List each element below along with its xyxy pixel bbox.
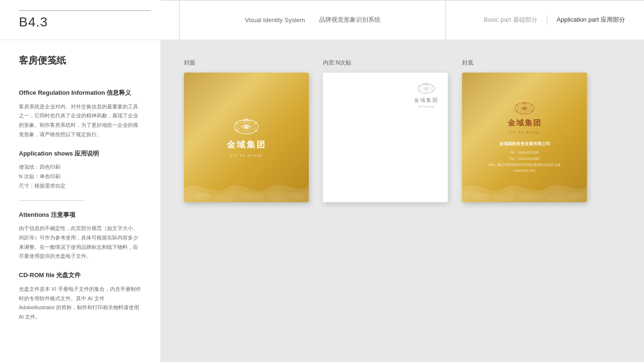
company-name: 金域国际投资发展有限公司 (488, 141, 561, 147)
header: B4.3 Visual Identity System 品牌视觉形象识别系统 B… (0, 0, 644, 40)
svg-point-10 (425, 87, 428, 90)
logo-text-main: 金域集团 (227, 139, 266, 150)
back-logo-area: 金域集团 Jin Yu Group (508, 101, 542, 134)
section4-body: 光盘文件是本 VI 手册电子文件的集合，内含手册制作时的专用软件格式文件。其中 … (19, 285, 141, 322)
card-front: 金域集团 Jin Yu Group (184, 73, 309, 202)
card-inner-column: 内页:N次贴 金域集团 Jin Yu Group (323, 59, 448, 202)
section3-heading: Attentions 注意事项 (19, 210, 141, 220)
wave-svg (184, 169, 309, 202)
contact-address: Add：廊坊市西坝努克市第四区第四村23社区大道 (488, 162, 561, 168)
nav-application[interactable]: Application part 应用部分 (557, 16, 625, 24)
nav-basic[interactable]: Basic part 基础部分 (484, 16, 537, 24)
svg-point-12 (494, 195, 515, 202)
section1-heading: Office Regulation Information 信息释义 (19, 88, 141, 98)
section1-body: 客房系统是企业对内、对外交换信息的最重要的工具之一，它同时也代表了企业的精神风貌… (19, 102, 141, 140)
contact-fax: Fax：0316-8321980 (488, 156, 561, 162)
header-left: B4.3 (19, 10, 179, 30)
card-back-column: 封底 (462, 59, 587, 202)
page-title: 客房便笺纸 (19, 54, 141, 74)
card3-label: 封底 (462, 59, 473, 67)
contact-tel: Tel：0316-8321980 (488, 150, 561, 156)
svg-point-3 (269, 195, 288, 202)
back-logo-sub: Jin Yu Group (509, 131, 539, 134)
logo-text-sub: Jin Yu Group (230, 153, 263, 157)
svg-point-13 (519, 193, 542, 200)
card-back: 金域集团 Jin Yu Group 金域国际投资发展有限公司 Tel：0316-… (462, 73, 587, 202)
left-panel: 客房便笺纸 Office Regulation Information 信息释义… (0, 40, 160, 362)
svg-point-15 (568, 193, 582, 200)
cards-area: 封面 (184, 59, 620, 202)
nav-separator (547, 15, 547, 25)
svg-point-4 (290, 193, 304, 200)
svg-point-18 (523, 107, 527, 110)
svg-point-0 (194, 193, 211, 200)
front-logo: 金域集团 Jin Yu Group (227, 117, 266, 157)
back-contact-info: 金域国际投资发展有限公司 Tel：0316-8321980 Fax：0316-8… (488, 141, 561, 173)
inner-logo-text: 金域集团 (414, 97, 438, 104)
section-attentions: Attentions 注意事项 由于信息的不确定性，此页部分规范（如文字大小、间… (19, 210, 141, 262)
card-front-column: 封面 (184, 59, 309, 202)
header-top-line (19, 10, 151, 11)
section2-body: 便笺纸：四色印刷 N 次贴：单色印刷 尺寸：根据需求自定 (19, 163, 141, 190)
section-info: Office Regulation Information 信息释义 客房系统是… (19, 88, 141, 140)
contact-website: www.jinyu.com (488, 168, 561, 174)
section2-heading: Application shows 应用说明 (19, 149, 141, 158)
svg-point-7 (244, 124, 249, 129)
header-center: Visual Identity System 品牌视觉形象识别系统 (179, 0, 446, 40)
back-logo-text: 金域集团 (508, 118, 542, 128)
svg-point-11 (472, 193, 489, 200)
card1-label: 封面 (184, 59, 195, 67)
right-panel: 封面 (160, 40, 644, 362)
main-content: 客房便笺纸 Office Regulation Information 信息释义… (0, 40, 644, 362)
logo-emblem-svg (233, 117, 259, 136)
card2-label: 内页:N次贴 (323, 59, 351, 67)
svg-point-1 (216, 195, 237, 202)
inner-logo-emblem-svg (417, 82, 435, 95)
header-right: Basic part 基础部分 Application part 应用部分 (446, 15, 625, 25)
svg-point-14 (547, 195, 566, 202)
header-title-zh: 品牌视觉形象识别系统 (319, 16, 380, 24)
section-number: B4.3 (19, 15, 48, 29)
svg-point-2 (240, 193, 264, 200)
divider (19, 200, 85, 201)
back-wave-svg (462, 169, 587, 202)
section-application: Application shows 应用说明 便笺纸：四色印刷 N 次贴：单色印… (19, 149, 141, 191)
section4-heading: CD-ROM file 光盘文件 (19, 271, 141, 280)
inner-mini-logo: 金域集团 Jin Yu Group (414, 82, 438, 108)
section-cdrom: CD-ROM file 光盘文件 光盘文件是本 VI 手册电子文件的集合，内含手… (19, 271, 141, 322)
header-title-en: Visual Identity System (245, 16, 305, 24)
back-logo-emblem-svg (514, 101, 535, 116)
inner-logo-sub: Jin Yu Group (418, 105, 435, 108)
card-inner: 金域集团 Jin Yu Group (323, 73, 448, 202)
section3-body: 由于信息的不确定性，此页部分规范（如文字大小、间距等）可作为参考使用，具体可根据… (19, 224, 141, 261)
